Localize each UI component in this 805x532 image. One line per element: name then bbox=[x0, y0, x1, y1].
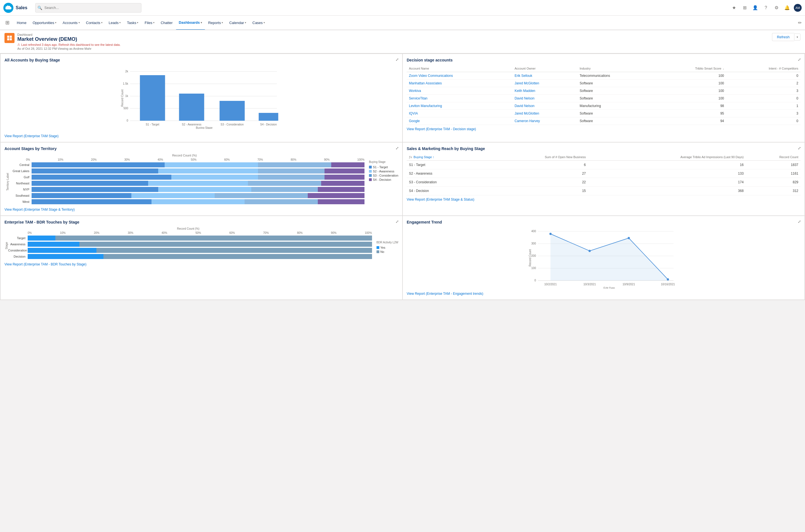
svg-text:S1 - Target: S1 - Target bbox=[146, 123, 159, 126]
expand-icon[interactable]: ⤢ bbox=[395, 219, 399, 224]
bar-s4 bbox=[259, 113, 278, 121]
nav-grid-button[interactable]: ⊞ bbox=[3, 19, 11, 26]
table-row: S1 - Target 6 16 1837 bbox=[407, 161, 801, 169]
account-name-cell[interactable]: IQVIA bbox=[407, 110, 512, 117]
view-report-link[interactable]: View Report (Enterprise TAM - Engagement… bbox=[407, 292, 483, 296]
count-cell: 312 bbox=[746, 187, 801, 195]
chevron-down-icon: ▾ bbox=[78, 21, 80, 24]
chevron-down-icon: ▾ bbox=[55, 21, 56, 24]
view-report-link[interactable]: View Report (Enterprise TAM - BDR Touche… bbox=[4, 262, 86, 266]
bell-icon[interactable]: 🔔 bbox=[783, 4, 791, 12]
account-owner-cell[interactable]: David Nelson bbox=[512, 102, 578, 110]
account-owner-cell[interactable]: Erik Sellouk bbox=[512, 72, 578, 80]
account-name-cell[interactable]: Workiva bbox=[407, 87, 512, 95]
bdr-bar-segments bbox=[28, 242, 372, 247]
col-account-owner: Account Owner bbox=[512, 65, 578, 72]
nav-item-chatter[interactable]: Chatter bbox=[158, 16, 175, 30]
help-icon[interactable]: ? bbox=[762, 4, 770, 12]
svg-text:300: 300 bbox=[531, 242, 536, 245]
svg-text:500: 500 bbox=[124, 107, 128, 110]
favorites-icon[interactable]: ★ bbox=[730, 4, 738, 12]
view-report-link[interactable]: View Report (Enterprise TAM Stage) bbox=[4, 134, 58, 138]
chevron-down-icon: ▾ bbox=[201, 21, 202, 24]
seg-s2 bbox=[158, 169, 258, 173]
add-user-icon[interactable]: 👤 bbox=[751, 4, 759, 12]
col-triblio-score[interactable]: Triblio Smart Score ↓ bbox=[654, 65, 726, 72]
account-owner-cell[interactable]: Keith Madden bbox=[512, 87, 578, 95]
search-input[interactable] bbox=[35, 3, 142, 13]
col-buying-stage: ƒx Buying Stage ↑ bbox=[407, 154, 482, 161]
legend-s2: S2 - Awareness bbox=[369, 170, 398, 173]
svg-text:0: 0 bbox=[127, 119, 128, 122]
refresh-button-group: Refresh ▾ bbox=[772, 33, 801, 41]
view-report-link[interactable]: View Report (Enterprise TAM Stage & Stat… bbox=[407, 197, 474, 202]
account-name-cell[interactable]: Manhattan Associates bbox=[407, 80, 512, 87]
account-owner-cell[interactable]: Jared McGlotten bbox=[512, 110, 578, 117]
panel-title: Enterprise TAM - BDR Touches by Stage bbox=[4, 220, 398, 224]
nav-item-reports[interactable]: Reports ▾ bbox=[205, 16, 226, 30]
nav-item-opportunities[interactable]: Opportunities ▾ bbox=[30, 16, 59, 30]
dashboard-title: Market Overview (DEMO) bbox=[17, 36, 120, 42]
nav-item-contacts[interactable]: Contacts ▾ bbox=[83, 16, 106, 30]
chevron-down-icon: ▾ bbox=[245, 21, 246, 24]
seg-s2 bbox=[151, 199, 245, 204]
svg-text:Buying Stage: Buying Stage bbox=[196, 126, 213, 129]
line-chart: 400 300 200 100 0 Record Count bbox=[407, 227, 801, 289]
svg-text:0: 0 bbox=[535, 279, 536, 282]
account-name-cell[interactable]: Google bbox=[407, 117, 512, 125]
refresh-caret-button[interactable]: ▾ bbox=[794, 34, 801, 40]
bdr-chart: Record Count (%) Stage 0%10%20%30%40%50%… bbox=[4, 227, 398, 260]
account-owner-cell[interactable]: Cameron Harvey bbox=[512, 117, 578, 125]
navbar: ⊞ Home Opportunities ▾ Accounts ▾ Contac… bbox=[0, 16, 805, 30]
nav-item-leads[interactable]: Leads ▾ bbox=[106, 16, 124, 30]
expand-icon[interactable]: ⤢ bbox=[395, 146, 399, 150]
app-name: Sales bbox=[16, 5, 27, 10]
expand-icon[interactable]: ⤢ bbox=[798, 146, 801, 150]
grid-icon[interactable]: ⊞ bbox=[741, 4, 749, 12]
nav-edit-icon[interactable]: ✏ bbox=[798, 20, 802, 25]
avg-cell: 368 bbox=[588, 187, 746, 195]
account-name-cell[interactable]: Leviton Manufacturing bbox=[407, 102, 512, 110]
competitors-cell: 0 bbox=[726, 95, 801, 102]
nav-item-cases[interactable]: Cases ▾ bbox=[249, 16, 268, 30]
account-name-cell[interactable]: Zoom Video Communications bbox=[407, 72, 512, 80]
gear-icon[interactable]: ⚙ bbox=[772, 4, 781, 12]
svg-rect-0 bbox=[7, 36, 10, 38]
competitors-cell: 1 bbox=[726, 102, 801, 110]
score-cell: 95 bbox=[654, 110, 726, 117]
view-report-link[interactable]: View Report (Enterprise TAM Stage & Terr… bbox=[4, 208, 75, 211]
seg-yes bbox=[28, 254, 104, 259]
account-owner-cell[interactable]: Jared McGlotten bbox=[512, 80, 578, 87]
refresh-button[interactable]: Refresh bbox=[772, 33, 794, 41]
nav-item-home[interactable]: Home bbox=[14, 16, 29, 30]
seg-s4 bbox=[331, 162, 364, 167]
stage-cell: S2 - Awareness bbox=[407, 169, 482, 178]
chevron-down-icon: ▾ bbox=[264, 21, 265, 24]
bdr-bar-segments bbox=[28, 235, 372, 241]
territory-bar-row: Northeast bbox=[9, 181, 364, 186]
table-row: S2 - Awareness 27 133 1161 bbox=[407, 169, 801, 178]
nav-item-tasks[interactable]: Tasks ▾ bbox=[124, 16, 141, 30]
view-report-link[interactable]: View Report (Enterprise TAM - Decision s… bbox=[407, 127, 476, 131]
nav-item-accounts[interactable]: Accounts ▾ bbox=[60, 16, 82, 30]
seg-s3 bbox=[258, 162, 331, 167]
seg-no bbox=[79, 242, 372, 247]
seg-s3 bbox=[258, 169, 324, 173]
nav-item-dashboards[interactable]: Dashboards ▾ bbox=[176, 16, 205, 30]
nav-item-files[interactable]: Files ▾ bbox=[142, 16, 157, 30]
svg-rect-3 bbox=[10, 38, 12, 40]
score-cell: 100 bbox=[654, 72, 726, 80]
chevron-down-icon: ▾ bbox=[222, 21, 223, 24]
search-bar: 🔍 bbox=[35, 3, 142, 13]
salesforce-logo[interactable] bbox=[3, 3, 14, 13]
open-cell: 6 bbox=[482, 161, 588, 169]
table-row: Workiva Keith Madden Software 100 3 bbox=[407, 87, 801, 95]
expand-icon[interactable]: ⤢ bbox=[798, 57, 801, 62]
account-name-cell[interactable]: ServiceTitan bbox=[407, 95, 512, 102]
col-account-name: Account Name bbox=[407, 65, 512, 72]
expand-icon[interactable]: ⤢ bbox=[798, 219, 801, 224]
account-owner-cell[interactable]: David Nelson bbox=[512, 95, 578, 102]
nav-item-calendar[interactable]: Calendar ▾ bbox=[226, 16, 249, 30]
avatar[interactable]: AM bbox=[794, 4, 802, 12]
expand-icon[interactable]: ⤢ bbox=[395, 57, 399, 62]
